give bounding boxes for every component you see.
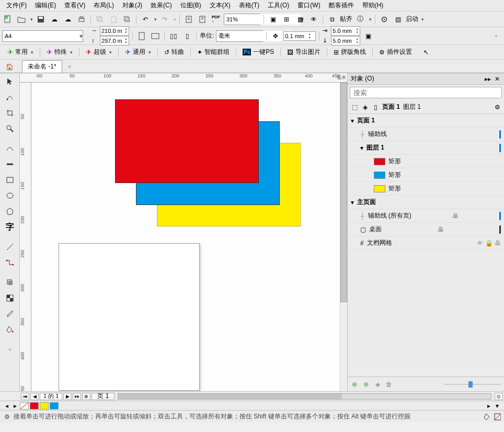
- launch-label[interactable]: 启动: [406, 15, 418, 24]
- new-layer-icon[interactable]: ⊕: [351, 381, 358, 388]
- cloud-down-icon[interactable]: ☁: [62, 14, 74, 25]
- menu-layout[interactable]: 布局(L): [89, 0, 118, 11]
- last-page-icon[interactable]: ⏭: [73, 393, 81, 400]
- undo-icon[interactable]: ↶: [140, 14, 151, 25]
- zoom-tool-icon[interactable]: [3, 121, 17, 136]
- ribbon-tocurve[interactable]: ↺转曲: [161, 47, 187, 58]
- rectangle-tool-icon[interactable]: [3, 173, 17, 187]
- clipboard-icon[interactable]: ⿻: [121, 14, 133, 25]
- page-tab-1[interactable]: 页 1: [91, 393, 114, 400]
- grid-icon[interactable]: ▦: [294, 14, 306, 25]
- add-tool-icon[interactable]: ＋: [3, 342, 17, 357]
- menu-view[interactable]: 查看(V): [60, 0, 89, 11]
- red-rectangle[interactable]: [115, 99, 259, 183]
- ribbon-oneclickps[interactable]: Ps一键PS: [239, 47, 277, 58]
- settings-icon[interactable]: [379, 14, 390, 25]
- status-gear-icon[interactable]: ⚙: [3, 413, 10, 420]
- all-pages-icon[interactable]: ▯▯: [168, 30, 179, 42]
- crumb-layer[interactable]: 图层 1: [403, 103, 421, 111]
- artistic-media-icon[interactable]: [3, 157, 17, 172]
- palette-menu-icon[interactable]: ▾: [494, 402, 501, 410]
- ribbon-smartgroup[interactable]: ✦智能群组: [194, 47, 233, 58]
- parallel-dim-icon[interactable]: [3, 240, 17, 254]
- crumb-page[interactable]: 页面 1: [382, 103, 400, 111]
- units-combo[interactable]: ▾: [216, 30, 263, 42]
- swatch-none[interactable]: [20, 402, 29, 410]
- dropshadow-tool-icon[interactable]: [3, 275, 17, 290]
- tree-page1[interactable]: ▾页面 1: [348, 114, 504, 128]
- pdf-icon[interactable]: PDF↑: [210, 14, 222, 25]
- page-width[interactable]: ▲▼: [100, 26, 129, 36]
- ribbon-super[interactable]: ✈超级▾: [83, 47, 115, 58]
- pick-tool-icon[interactable]: [3, 74, 17, 89]
- add-tab-icon[interactable]: ＋: [62, 61, 77, 73]
- tree-grid[interactable]: #文档网格👁 🔒 🖶: [348, 236, 504, 250]
- ribbon-pluginsettings[interactable]: ⚙插件设置: [376, 47, 415, 58]
- text-tool-icon[interactable]: 字: [3, 220, 17, 234]
- menu-object[interactable]: 对象(J): [118, 0, 146, 11]
- snap-label[interactable]: 贴齐: [340, 15, 352, 24]
- copy-icon[interactable]: ⿻: [94, 14, 106, 25]
- layers-icon[interactable]: ◈: [361, 104, 369, 111]
- navigator-icon[interactable]: ⊙: [495, 393, 503, 400]
- fill-tool-icon[interactable]: [3, 322, 17, 337]
- page-count[interactable]: 1 的 1: [40, 393, 62, 400]
- freehand-tool-icon[interactable]: [3, 141, 17, 156]
- rulers-icon[interactable]: ⊞: [281, 14, 292, 25]
- tree-rect-yellow[interactable]: 矩形: [348, 182, 504, 196]
- print-icon[interactable]: [499, 130, 501, 139]
- print-icon[interactable]: [76, 14, 87, 25]
- outline-indicator-icon[interactable]: [494, 413, 501, 420]
- tree-master[interactable]: ▾主页面: [348, 196, 504, 209]
- tree-rect-red[interactable]: 矩形: [348, 155, 504, 168]
- paste-icon[interactable]: 📋: [108, 14, 119, 25]
- ribbon-impose[interactable]: ⊞拼版角线: [330, 47, 369, 58]
- panel-close-icon[interactable]: ✕: [494, 75, 501, 83]
- menu-bitmap[interactable]: 位图(B): [176, 0, 205, 11]
- menu-text[interactable]: 文本(X): [205, 0, 235, 11]
- menu-file[interactable]: 文件(F): [2, 0, 31, 11]
- crop-tool-icon[interactable]: [3, 106, 17, 120]
- redo-icon[interactable]: ↷: [159, 14, 170, 25]
- open-icon[interactable]: [16, 14, 27, 25]
- current-page-icon[interactable]: ▯: [181, 30, 193, 42]
- vertical-scrollbar[interactable]: [340, 83, 347, 391]
- launch-icon[interactable]: ▤: [392, 14, 404, 25]
- menu-effects[interactable]: 效果(C): [146, 0, 176, 11]
- transparency-tool-icon[interactable]: [3, 291, 17, 305]
- menu-edit[interactable]: 编辑(E): [31, 0, 60, 11]
- next-page-icon[interactable]: ▶: [63, 393, 72, 400]
- palette-right-icon[interactable]: ▸: [485, 402, 492, 410]
- new-doc-icon[interactable]: +: [2, 14, 14, 25]
- new-master-layer-icon[interactable]: ⊕: [362, 381, 370, 388]
- panel-menu-icon[interactable]: ▸▸: [484, 75, 491, 83]
- cloud-up-icon[interactable]: ☁: [49, 14, 60, 25]
- export-icon[interactable]: [197, 14, 208, 25]
- fullscreen-icon[interactable]: ▣: [267, 14, 279, 25]
- shape-tool-icon[interactable]: [3, 90, 17, 105]
- dup-x[interactable]: ▲▼: [331, 26, 360, 36]
- delete-layer-icon[interactable]: 🗑: [385, 381, 393, 388]
- polygon-tool-icon[interactable]: [3, 204, 17, 219]
- menu-help[interactable]: 帮助(H): [358, 0, 388, 11]
- tree-desktop[interactable]: ▢桌面🖶: [348, 223, 504, 236]
- canvas[interactable]: [31, 83, 347, 391]
- nudge-distance[interactable]: ▲▼: [283, 31, 316, 41]
- zoom-combo[interactable]: ▾: [224, 14, 260, 25]
- ellipse-tool-icon[interactable]: [3, 188, 17, 203]
- opacity-slider[interactable]: [443, 381, 501, 388]
- tree-layer1[interactable]: ▾图层 1: [348, 141, 504, 155]
- ribbon-general[interactable]: ✈通用▾: [122, 47, 154, 58]
- menu-tools[interactable]: 工具(O): [264, 0, 293, 11]
- panel-titlebar[interactable]: 对象 (O) ▸▸ ✕: [348, 73, 504, 85]
- cursor-icon[interactable]: ↖: [420, 47, 432, 58]
- save-icon[interactable]: [35, 14, 47, 25]
- add-page-icon[interactable]: ⊕: [82, 393, 90, 400]
- prev-page-icon[interactable]: ◀: [30, 393, 39, 400]
- page-frame-icon[interactable]: ▣: [362, 30, 374, 42]
- menu-table[interactable]: 表格(T): [235, 0, 264, 11]
- eyedropper-tool-icon[interactable]: [3, 306, 17, 321]
- fill-indicator-icon[interactable]: [483, 413, 490, 420]
- menu-plugins[interactable]: 酷客插件: [325, 0, 358, 11]
- info-icon[interactable]: ⓘ: [354, 14, 366, 25]
